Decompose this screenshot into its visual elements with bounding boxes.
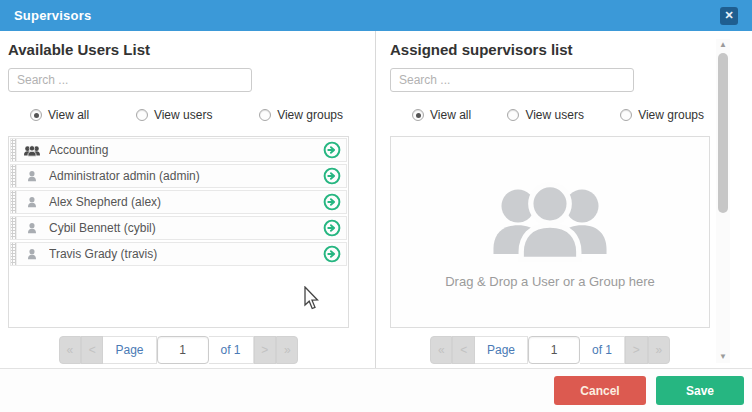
assign-arrow-icon[interactable] bbox=[323, 141, 341, 159]
dialog-header: Supervisors ✕ bbox=[0, 0, 752, 31]
scrollbar-thumb[interactable] bbox=[718, 53, 728, 213]
drag-handle[interactable] bbox=[11, 191, 17, 213]
supervisors-dropzone[interactable]: Drag & Drop a User or a Group here bbox=[390, 136, 710, 328]
supervisors-dialog: Supervisors ✕ Available Users List View … bbox=[0, 0, 752, 412]
drag-handle[interactable] bbox=[11, 243, 17, 265]
scroll-down-icon[interactable]: ▼ bbox=[716, 351, 730, 363]
filter-view-groups[interactable]: View groups bbox=[259, 108, 343, 122]
assigned-supervisors-search-input[interactable] bbox=[390, 68, 634, 92]
radio-view-users[interactable] bbox=[507, 109, 519, 121]
page-label: Page bbox=[475, 336, 528, 364]
radio-view-groups[interactable] bbox=[259, 109, 271, 121]
drag-handle[interactable] bbox=[11, 165, 17, 187]
radio-view-all[interactable] bbox=[412, 109, 424, 121]
close-icon[interactable]: ✕ bbox=[720, 7, 738, 25]
filter-view-users[interactable]: View users bbox=[136, 108, 212, 122]
available-users-filters: View all View users View groups bbox=[8, 108, 349, 122]
list-item[interactable]: Administrator admin (admin) bbox=[10, 164, 347, 188]
radio-view-groups[interactable] bbox=[620, 109, 632, 121]
dialog-scrollbar[interactable]: ▲ ▼ bbox=[716, 39, 730, 363]
last-page-button[interactable]: » bbox=[276, 336, 298, 364]
assign-arrow-icon[interactable] bbox=[323, 193, 341, 211]
page-number-input[interactable] bbox=[157, 336, 209, 364]
drag-handle[interactable] bbox=[11, 217, 17, 239]
first-page-button[interactable]: « bbox=[59, 336, 81, 364]
assigned-supervisors-panel: Assigned supervisors list View all View … bbox=[376, 31, 752, 368]
assigned-supervisors-filters: View all View users View groups bbox=[390, 108, 710, 122]
next-page-button[interactable]: > bbox=[625, 336, 647, 364]
user-icon bbox=[23, 221, 41, 235]
radio-view-users[interactable] bbox=[136, 109, 148, 121]
group-silhouette-icon bbox=[486, 176, 614, 268]
available-users-search-input[interactable] bbox=[8, 68, 252, 92]
radio-view-all[interactable] bbox=[30, 109, 42, 121]
page-count-label: of 1 bbox=[209, 336, 254, 364]
list-item[interactable]: Accounting bbox=[10, 138, 347, 162]
dropzone-hint-text: Drag & Drop a User or a Group here bbox=[445, 274, 655, 289]
filter-view-all[interactable]: View all bbox=[30, 108, 89, 122]
available-users-title: Available Users List bbox=[8, 41, 349, 58]
assign-arrow-icon[interactable] bbox=[323, 219, 341, 237]
user-icon bbox=[23, 247, 41, 261]
list-item[interactable]: Alex Shepherd (alex) bbox=[10, 190, 347, 214]
filter-view-groups[interactable]: View groups bbox=[620, 108, 704, 122]
list-item[interactable]: Cybil Bennett (cybil) bbox=[10, 216, 347, 240]
scroll-up-icon[interactable]: ▲ bbox=[716, 39, 730, 51]
available-users-pagination: « < Page of 1 > » bbox=[59, 336, 299, 364]
dialog-body: Available Users List View all View users… bbox=[0, 31, 752, 369]
page-label: Page bbox=[103, 336, 156, 364]
available-users-panel: Available Users List View all View users… bbox=[0, 31, 376, 368]
page-number-input[interactable] bbox=[528, 336, 580, 364]
user-icon bbox=[23, 169, 41, 183]
cancel-button[interactable]: Cancel bbox=[554, 376, 646, 405]
assign-arrow-icon[interactable] bbox=[323, 167, 341, 185]
assign-arrow-icon[interactable] bbox=[323, 245, 341, 263]
drag-handle[interactable] bbox=[11, 139, 17, 161]
last-page-button[interactable]: » bbox=[648, 336, 670, 364]
list-item[interactable]: Travis Grady (travis) bbox=[10, 242, 347, 266]
page-count-label: of 1 bbox=[580, 336, 625, 364]
next-page-button[interactable]: > bbox=[254, 336, 276, 364]
dialog-title: Supervisors bbox=[14, 8, 91, 23]
prev-page-button[interactable]: < bbox=[81, 336, 103, 364]
assigned-supervisors-title: Assigned supervisors list bbox=[390, 41, 710, 58]
assigned-supervisors-pagination: « < Page of 1 > » bbox=[430, 336, 670, 364]
prev-page-button[interactable]: < bbox=[452, 336, 474, 364]
dialog-footer: Cancel Save bbox=[0, 369, 752, 412]
filter-view-all[interactable]: View all bbox=[412, 108, 471, 122]
group-icon bbox=[23, 143, 41, 157]
available-users-list: Accounting Administrator admin (admin) A… bbox=[8, 136, 349, 328]
save-button[interactable]: Save bbox=[656, 376, 744, 405]
first-page-button[interactable]: « bbox=[430, 336, 452, 364]
user-icon bbox=[23, 195, 41, 209]
filter-view-users[interactable]: View users bbox=[507, 108, 583, 122]
